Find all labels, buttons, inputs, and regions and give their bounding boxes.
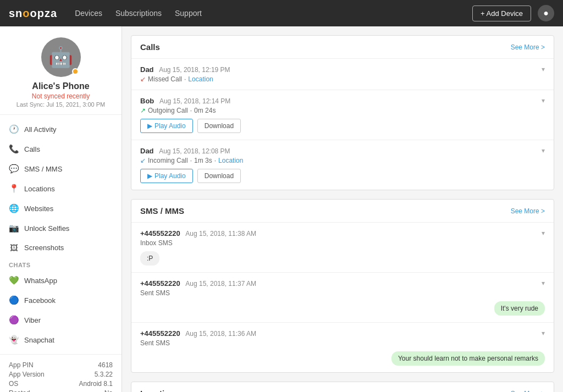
sms-2-number: +445552220 xyxy=(140,279,180,288)
footer-os: OS Android 8.1 xyxy=(9,380,113,388)
sms-section: SMS / MMS See More > +445552220 Aug 15, … xyxy=(131,199,554,373)
call-3-dropdown[interactable]: ▾ xyxy=(542,147,545,154)
call-1-name: Dad xyxy=(140,65,154,74)
sidebar-item-snapchat[interactable]: 👻 Snapchat xyxy=(0,330,122,350)
sidebar-item-unlock-selfies[interactable]: 📷 Unlock Selfies xyxy=(0,218,122,238)
call-2-dot: · xyxy=(190,107,192,114)
call-3-download-button[interactable]: Download xyxy=(197,169,241,183)
sidebar-label-whatsapp: WhatsApp xyxy=(24,277,57,285)
rooted-label: Rooted xyxy=(9,389,30,392)
sms-item-3: +445552220 Aug 15, 2018, 11:36 AM Sent S… xyxy=(131,323,554,372)
app-pin-value: 4618 xyxy=(98,361,113,369)
user-menu-icon[interactable]: ● xyxy=(538,5,554,21)
sidebar-label-unlock-selfies: Unlock Selfies xyxy=(24,224,69,233)
sms-see-more[interactable]: See More > xyxy=(511,207,545,215)
nav-subscriptions[interactable]: Subscriptions xyxy=(115,9,162,18)
sms-section-title: SMS / MMS xyxy=(140,206,184,216)
nav-support[interactable]: Support xyxy=(175,9,202,18)
websites-icon: 🌐 xyxy=(9,203,19,213)
incoming-call-arrow: ↙ xyxy=(140,157,146,164)
sms-1-type: Inbox SMS xyxy=(140,239,542,247)
chats-label: CHATS xyxy=(0,257,122,270)
sidebar-label-websites: Websites xyxy=(24,205,53,213)
calls-see-more[interactable]: See More > xyxy=(511,43,545,51)
sms-2-type: Sent SMS xyxy=(140,289,542,297)
android-icon: 🤖 xyxy=(48,46,73,69)
call-2-header: Bob Aug 15, 2018, 12:14 PM ↗ Outgoing Ca… xyxy=(140,97,545,114)
sms-2-dropdown[interactable]: ▾ xyxy=(542,279,545,287)
missed-call-arrow: ↙ xyxy=(140,75,146,83)
call-2-detail: ↗ Outgoing Call · 0m 24s xyxy=(140,107,542,114)
call-2-download-button[interactable]: Download xyxy=(197,119,241,133)
sidebar-label-facebook: Facebook xyxy=(24,296,56,305)
sidebar-label-sms: SMS / MMS xyxy=(24,165,62,173)
os-label: OS xyxy=(9,380,18,388)
sidebar-nav: 🕐 All Activity 📞 Calls 💬 SMS / MMS 📍 Loc… xyxy=(0,115,122,354)
sidebar-item-viber[interactable]: 🟣 Viber xyxy=(0,310,122,330)
call-3-location[interactable]: Location xyxy=(218,157,243,164)
sms-2-bubble: It's very rude xyxy=(494,301,545,316)
rooted-value: No xyxy=(104,389,113,392)
sms-3-date: Aug 15, 2018, 11:36 AM xyxy=(185,330,256,338)
add-device-button[interactable]: + Add Device xyxy=(472,5,531,21)
os-value: Android 8.1 xyxy=(79,380,113,388)
sidebar-item-facebook[interactable]: 🔵 Facebook xyxy=(0,290,122,310)
snapchat-icon: 👻 xyxy=(9,335,19,345)
sms-3-dropdown[interactable]: ▾ xyxy=(542,329,545,337)
footer-app-pin: App PIN 4618 xyxy=(9,361,113,369)
screenshots-icon: 🖼 xyxy=(9,243,19,252)
locations-section: Locations See More > Aug 15, 2018, 11:45… xyxy=(131,382,554,392)
locations-section-header: Locations See More > xyxy=(131,382,554,392)
sms-2-header: +445552220 Aug 15, 2018, 11:37 AM Sent S… xyxy=(140,279,545,297)
sidebar-item-websites[interactable]: 🌐 Websites xyxy=(0,198,122,218)
app-version-value: 5.3.22 xyxy=(95,371,113,378)
sidebar-item-all-activity[interactable]: 🕐 All Activity xyxy=(0,119,122,139)
call-1-dropdown[interactable]: ▾ xyxy=(542,65,545,73)
footer-rooted: Rooted No xyxy=(9,389,113,392)
call-1-header: Dad Aug 15, 2018, 12:19 PM ↙ Missed Call… xyxy=(140,65,545,83)
last-sync: Last Sync: Jul 15, 2021, 3:00 PM xyxy=(7,101,115,108)
locations-see-more[interactable]: See More > xyxy=(511,390,545,393)
calls-section-title: Calls xyxy=(140,42,160,52)
viber-icon: 🟣 xyxy=(9,315,19,325)
device-name: Alice's Phone xyxy=(7,81,115,91)
sidebar-label-snapchat: Snapchat xyxy=(24,336,54,344)
sidebar-item-calls[interactable]: 📞 Calls xyxy=(0,139,122,159)
sidebar-item-whatsapp[interactable]: 💚 WhatsApp xyxy=(0,270,122,290)
call-2-type: Outgoing Call xyxy=(148,107,188,114)
logo-accent: o xyxy=(23,7,30,19)
sidebar-item-locations[interactable]: 📍 Locations xyxy=(0,179,122,198)
main-layout: 🤖 Alice's Phone Not synced recently Last… xyxy=(0,26,563,392)
call-2-name: Bob xyxy=(140,97,154,105)
main-content: Calls See More > Dad Aug 15, 2018, 12:19… xyxy=(122,26,563,392)
call-3-play-button[interactable]: ▶ Play Audio xyxy=(140,169,193,183)
nav-devices[interactable]: Devices xyxy=(75,9,102,18)
sms-1-header: +445552220 Aug 15, 2018, 11:38 AM Inbox … xyxy=(140,229,545,247)
sidebar-label-locations: Locations xyxy=(24,185,55,193)
call-item-1: Dad Aug 15, 2018, 12:19 PM ↙ Missed Call… xyxy=(131,59,554,90)
call-2-date: Aug 15, 2018, 12:14 PM xyxy=(159,97,230,105)
sidebar-label-calls: Calls xyxy=(24,145,40,153)
facebook-icon: 🔵 xyxy=(9,295,19,305)
whatsapp-icon: 💚 xyxy=(9,275,19,285)
locations-section-title: Locations xyxy=(140,389,179,392)
sms-1-date: Aug 15, 2018, 11:38 AM xyxy=(185,230,256,238)
location-icon: 📍 xyxy=(9,184,19,194)
call-2-play-button[interactable]: ▶ Play Audio xyxy=(140,119,193,133)
sms-item-2: +445552220 Aug 15, 2018, 11:37 AM Sent S… xyxy=(131,273,554,323)
sidebar-item-screenshots[interactable]: 🖼 Screenshots xyxy=(0,238,122,257)
calls-section-header: Calls See More > xyxy=(131,36,554,59)
call-2-actions: ▶ Play Audio Download xyxy=(140,119,545,133)
call-2-duration: 0m 24s xyxy=(194,107,216,114)
sms-1-dropdown[interactable]: ▾ xyxy=(542,229,545,237)
footer-app-version: App Version 5.3.22 xyxy=(9,371,113,378)
call-1-date: Aug 15, 2018, 12:19 PM xyxy=(159,66,230,74)
call-1-location[interactable]: Location xyxy=(188,75,213,83)
sidebar-label-viber: Viber xyxy=(24,316,41,324)
sms-1-number: +445552220 xyxy=(140,229,180,238)
sidebar-item-sms[interactable]: 💬 SMS / MMS xyxy=(0,159,122,179)
call-1-dot: · xyxy=(184,75,186,83)
call-2-dropdown[interactable]: ▾ xyxy=(542,97,545,104)
call-1-meta: Dad Aug 15, 2018, 12:19 PM ↙ Missed Call… xyxy=(140,65,542,83)
sms-3-bubble: Your should learn not to make personal r… xyxy=(391,351,545,366)
